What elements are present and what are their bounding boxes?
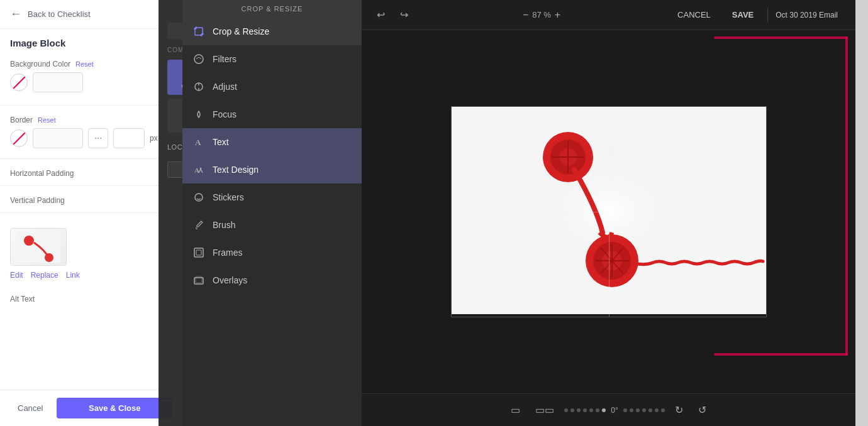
text-icon: A [192, 136, 205, 148]
adjust-icon [192, 80, 205, 93]
divider-2 [0, 158, 182, 159]
toolbar-left: ↩ ↪ [372, 6, 413, 23]
border-width-input[interactable]: 0 [113, 128, 145, 148]
filters-icon [192, 53, 205, 65]
dots-left [564, 408, 606, 412]
dots-right [623, 408, 665, 412]
background-color-row [10, 72, 172, 92]
panel-footer: Cancel Save & Close [0, 390, 182, 426]
sidebar-item-brush[interactable]: Brush [182, 211, 362, 239]
sidebar-item-text-design[interactable]: A Text Design [182, 156, 362, 183]
divider-3 [0, 185, 182, 186]
zoom-out-button[interactable]: − [523, 9, 528, 21]
border-section: Border Reset ⋅⋅⋅ 0 px [0, 111, 182, 153]
sidebar-item-text[interactable]: A Text [182, 128, 362, 156]
dot-9 [630, 408, 633, 412]
toolbar-right: CANCEL SAVE Oct 30 2019 Email [670, 6, 845, 23]
sidebar-item-crop-resize-label: Crop & Resize [213, 26, 269, 36]
fit-view-button[interactable]: ▭▭ [530, 401, 559, 418]
zoom-in-button[interactable]: + [555, 9, 560, 21]
background-color-section: Background Color Reset [0, 55, 182, 100]
sidebar-item-frames[interactable]: Frames [182, 239, 362, 266]
sidebar-item-stickers-label: Stickers [213, 192, 244, 202]
sidebar-item-focus[interactable]: Focus [182, 101, 362, 128]
brush-icon [192, 219, 205, 231]
undo-button[interactable]: ↩ [372, 6, 390, 23]
cancel-button[interactable]: Cancel [10, 398, 50, 418]
border-px-unit: px [150, 134, 158, 143]
svg-text:A: A [195, 138, 201, 147]
border-label: Border Reset [10, 116, 172, 124]
zoom-label: 87 % [532, 10, 551, 19]
back-arrow-icon[interactable]: ← [10, 8, 21, 21]
save-close-button[interactable]: Save & Close [57, 398, 172, 418]
dot-10 [636, 408, 640, 412]
divider-1 [0, 105, 182, 106]
redo-button[interactable]: ↪ [395, 6, 413, 23]
overlays-icon [192, 274, 205, 287]
thumbnail-image [16, 231, 60, 263]
border-reset[interactable]: Reset [38, 116, 56, 124]
replace-link[interactable]: Replace [31, 271, 58, 280]
background-color-swatch[interactable] [10, 74, 28, 91]
sidebar-item-focus-label: Focus [213, 109, 236, 119]
image-actions: Edit Replace Link [10, 271, 172, 280]
text-design-icon: A [192, 163, 205, 176]
sidebar-item-filters[interactable]: Filters [182, 45, 362, 73]
border-style-button[interactable]: ⋅⋅⋅ [88, 128, 108, 148]
dot-11 [642, 408, 646, 412]
sidebar-item-filters-label: Filters [213, 54, 236, 64]
link-link[interactable]: Link [66, 271, 80, 280]
sidebar-item-frames-label: Frames [213, 248, 242, 258]
crosshair-horizontal [452, 212, 766, 212]
save-toolbar-button[interactable]: SAVE [725, 6, 761, 23]
border-row: ⋅⋅⋅ 0 px [10, 128, 172, 148]
dot-7 [602, 408, 606, 412]
edit-link[interactable]: Edit [10, 271, 23, 280]
rotate-right-button[interactable]: ↺ [693, 401, 711, 418]
horizontal-padding-label: Horizontal Padding [0, 164, 182, 180]
zoom-controls: − 87 % + [523, 9, 560, 21]
border-color-input[interactable] [33, 128, 83, 148]
top-guide [714, 36, 848, 39]
svg-rect-15 [194, 248, 203, 257]
sidebar-item-overlays[interactable]: Overlays [182, 266, 362, 294]
stickers-icon [192, 191, 205, 204]
angle-label: 0° [611, 406, 618, 415]
sidebar-item-text-design-label: Text Design [213, 165, 259, 175]
rotate-left-button[interactable]: ↻ [670, 401, 688, 418]
sidebar-item-brush-label: Brush [213, 220, 236, 230]
background-color-label: Background Color Reset [10, 60, 172, 68]
dot-6 [596, 408, 599, 412]
left-panel: ← Back to Checklist Image Block Backgrou… [0, 0, 182, 426]
alt-text-label: Alt Text [0, 290, 182, 306]
sidebar-item-crop-resize[interactable]: Crop & Resize [182, 18, 362, 45]
back-link[interactable]: Back to Checklist [28, 9, 91, 19]
svg-text:A: A [194, 167, 199, 174]
dot-2 [570, 408, 574, 412]
background-color-reset[interactable]: Reset [75, 60, 94, 68]
background-color-input[interactable] [33, 72, 83, 92]
focus-icon [192, 108, 205, 121]
image-canvas [451, 106, 767, 317]
sidebar-item-text-label: Text [213, 137, 229, 147]
image-thumbnail [10, 228, 67, 266]
border-color-swatch[interactable] [10, 129, 28, 147]
date-label: Oct 30 2019 Email [767, 8, 845, 22]
sidebar-item-stickers[interactable]: Stickers [182, 183, 362, 211]
sidebar-item-overlays-label: Overlays [213, 275, 247, 285]
dot-4 [583, 408, 587, 412]
crop-resize-icon [192, 25, 205, 38]
split-view-button[interactable]: ▭ [506, 401, 525, 418]
dot-14 [661, 408, 665, 412]
dot-1 [564, 408, 568, 412]
right-guide [845, 36, 848, 356]
dot-12 [648, 408, 652, 412]
sidebar-item-adjust-label: Adjust [213, 82, 237, 92]
svg-point-8 [194, 55, 203, 63]
dot-13 [655, 408, 659, 412]
image-preview-area: Edit Replace Link [0, 218, 182, 290]
cancel-toolbar-button[interactable]: CANCEL [670, 6, 718, 23]
sidebar-item-adjust[interactable]: Adjust [182, 73, 362, 101]
right-strip [855, 0, 868, 426]
